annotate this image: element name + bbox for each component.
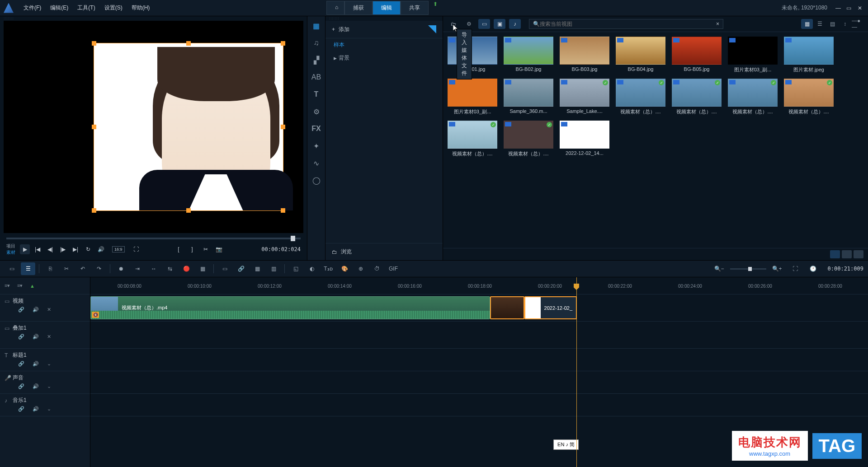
track-header-title[interactable]: T标题1 🔗🔊⌄ — [0, 349, 90, 371]
scrub-thumb[interactable] — [291, 236, 295, 241]
media-thumb[interactable]: ✓ — [560, 79, 609, 107]
label-project[interactable]: 项目 — [6, 243, 15, 249]
media-item[interactable]: ✓视频素材（总）.... — [448, 121, 497, 157]
panel-drag-handle[interactable]: ::::::: — [0, 16, 307, 21]
search-clear-icon[interactable]: × — [716, 21, 719, 27]
motion-track-button[interactable]: ⊕ — [354, 262, 368, 275]
resize-handle-n[interactable] — [186, 41, 191, 46]
3d-title-button[interactable]: T₃ᴅ — [321, 262, 335, 275]
grid-button[interactable]: ▦ — [250, 262, 264, 275]
resize-handle-e[interactable] — [281, 125, 285, 129]
media-thumb[interactable] — [672, 37, 722, 65]
resize-handle-s[interactable] — [186, 208, 191, 213]
split-button[interactable]: ✂ — [201, 244, 211, 254]
expand-icon[interactable]: ⌄ — [47, 406, 53, 412]
mark-out-button[interactable]: ] — [187, 244, 197, 254]
preview-scrub-bar[interactable] — [6, 238, 301, 239]
mute-icon[interactable]: 🔊 — [33, 406, 39, 412]
restore-button[interactable]: ▭ — [844, 5, 854, 12]
media-library-icon[interactable]: ▦ — [311, 20, 322, 32]
menu-edit[interactable]: 编辑(E) — [46, 4, 73, 12]
lock-icon[interactable]: ✕ — [47, 307, 53, 313]
selected-clip-overlay[interactable] — [94, 43, 283, 211]
transitions-icon[interactable]: ▞ — [311, 54, 322, 66]
footer-btn-2[interactable] — [842, 250, 852, 258]
timeline-ruler[interactable]: 00:00:08:0000:00:10:0000:00:12:0000:00:1… — [90, 277, 868, 294]
media-thumb[interactable]: ✓ — [448, 121, 497, 149]
link-icon[interactable]: 🔗 — [18, 334, 24, 340]
view-list-button[interactable]: ☰ — [814, 19, 826, 29]
record-button[interactable]: ⏺ — [114, 262, 128, 275]
media-item[interactable]: BG-B01.jpg — [448, 37, 497, 73]
menu-settings[interactable]: 设置(S) — [100, 4, 127, 12]
media-thumb[interactable]: ✓ — [504, 121, 553, 149]
label-source[interactable]: 素材 — [6, 249, 15, 256]
mark-in-button[interactable]: [ — [174, 244, 184, 254]
chain-button[interactable]: 🔗 — [234, 262, 248, 275]
media-thumb[interactable] — [728, 37, 778, 65]
video-lane[interactable]: 视频素材（总）.mp4 🔇 2022-12-02_ — [90, 294, 868, 322]
link-icon[interactable]: 🔗 — [18, 406, 24, 412]
mute-icon[interactable]: 🔊 — [33, 334, 39, 340]
media-item[interactable]: BG-B04.jpg — [616, 37, 665, 73]
text-icon[interactable]: T — [311, 89, 322, 100]
step-forward-button[interactable]: |▶ — [58, 244, 68, 254]
redo-button[interactable]: ↷ — [92, 262, 106, 275]
browse-row[interactable]: 🗀 浏览 — [326, 243, 443, 260]
thumb-size-slider[interactable]: —●— — [852, 19, 863, 29]
titles-icon[interactable]: AB — [311, 71, 322, 83]
category-background[interactable]: ▶背景 — [326, 51, 443, 65]
cat-drag-handle[interactable]: ::::::: — [326, 16, 443, 21]
media-thumb[interactable] — [448, 37, 497, 65]
media-thumb[interactable]: ✓ — [672, 79, 722, 107]
clip-transition[interactable] — [490, 296, 524, 319]
search-input[interactable] — [540, 21, 716, 27]
media-item[interactable]: ✓视频素材（总）.... — [504, 121, 553, 157]
volume-button[interactable]: 🔊 — [96, 244, 106, 254]
media-item[interactable]: ✓视频素材（总）.... — [616, 79, 665, 115]
storyboard-view-button[interactable]: ▭ — [5, 262, 19, 275]
clip-mute-icon[interactable]: 🔇 — [92, 312, 99, 318]
goto-end-button[interactable]: ▶| — [71, 244, 80, 254]
audio-library-icon[interactable]: ♫ — [311, 37, 322, 49]
ripple-button[interactable]: ⇥ — [130, 262, 145, 275]
view-grid-button[interactable]: ▤ — [826, 19, 838, 29]
media-item[interactable]: ✓视频素材（总）.... — [672, 79, 722, 115]
media-thumb[interactable] — [504, 37, 553, 65]
link-icon[interactable]: 🔗 — [18, 361, 24, 367]
expand-icon[interactable]: ⌄ — [47, 383, 53, 389]
sort-button[interactable]: ↕ — [839, 19, 851, 29]
fx-icon[interactable]: FX — [311, 123, 322, 135]
play-button[interactable]: ▶ — [20, 244, 30, 254]
upload-icon[interactable]: ⬆ — [433, 1, 438, 15]
search-box[interactable]: 🔍 × — [529, 19, 723, 29]
category-sample[interactable]: 样本 — [326, 38, 443, 51]
media-thumb[interactable] — [560, 121, 609, 149]
track-options-icon[interactable]: ≡▾ — [17, 283, 24, 289]
resize-handle-sw[interactable] — [92, 208, 96, 213]
media-thumb[interactable] — [784, 37, 834, 65]
mute-icon[interactable]: 🔊 — [33, 307, 39, 313]
split-screen-button[interactable]: ▥ — [266, 262, 281, 275]
playhead[interactable] — [576, 277, 577, 467]
menu-help[interactable]: 帮助(H) — [127, 4, 155, 12]
view-thumbs-button[interactable]: ▦ — [801, 19, 813, 29]
media-item[interactable]: 图片素材03_副... — [728, 37, 778, 73]
tab-home[interactable]: ⌂ — [326, 1, 344, 15]
gif-button[interactable]: GIF — [386, 262, 401, 275]
pan-zoom-button[interactable]: ◱ — [288, 262, 303, 275]
cut-button[interactable]: ✂ — [59, 262, 74, 275]
aspect-ratio-indicator[interactable]: 16:9 — [112, 246, 125, 252]
multicam-button[interactable]: ▦ — [195, 262, 210, 275]
expand-icon[interactable]: ⌄ — [47, 361, 53, 367]
media-item[interactable]: ✓Sample_Lake.... — [560, 79, 609, 115]
zoom-slider[interactable] — [730, 268, 766, 270]
mute-icon[interactable]: 🔊 — [33, 383, 39, 389]
mute-icon[interactable]: 🔊 — [33, 361, 39, 367]
add-media-row[interactable]: + 添加 — [326, 21, 443, 38]
zoom-thumb[interactable] — [748, 267, 752, 271]
slip-button[interactable]: ⇆ — [163, 262, 177, 275]
stretch-button[interactable]: ↔ — [146, 262, 161, 275]
undo-button[interactable]: ↶ — [75, 262, 90, 275]
goto-start-button[interactable]: |◀ — [33, 244, 42, 254]
